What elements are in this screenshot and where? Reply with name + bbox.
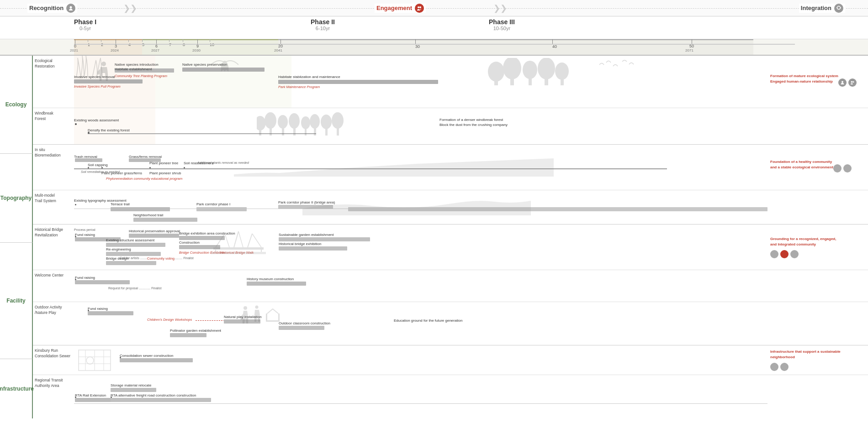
exist-struct-bar <box>106 243 165 247</box>
trash-bar <box>75 158 102 162</box>
windbreak-formation-label: Formation of a denser windbreak forestBl… <box>439 117 508 127</box>
phase1-title: Phase I 0-5yr <box>74 18 96 31</box>
page-wrapper: Recognition ❯❯ Engagement ❯❯ Integration <box>0 0 868 418</box>
svg-line-40 <box>234 231 238 247</box>
svg-rect-51 <box>278 313 280 322</box>
ecological-restoration-label: EcologicalRestoration <box>33 56 74 108</box>
facility-icon3 <box>790 250 799 258</box>
chevron-left: ❯❯ <box>123 3 137 13</box>
svg-point-58 <box>86 357 94 364</box>
ecological-restoration-row: EcologicalRestoration Invasive species r… <box>33 56 868 108</box>
svg-point-11 <box>503 58 521 79</box>
engagement-icon <box>415 4 424 13</box>
plant-pioneer-label: Plant pioneer grass/ferns <box>101 171 142 175</box>
storage-label: Storage material relocate <box>111 383 151 387</box>
transit-chart: RTA Rail Extension Storage material relo… <box>74 375 767 409</box>
person-silhouette <box>97 60 111 84</box>
hist-bridge-exh-bar <box>279 246 347 251</box>
education-ground-label: Education ground for the future generati… <box>394 319 462 323</box>
bioremediation-label: In situBioremediation <box>33 145 74 190</box>
rta-dot <box>75 397 76 398</box>
svg-point-6 <box>101 62 106 66</box>
of-dot <box>88 310 89 311</box>
rta-alt-bar <box>111 398 211 402</box>
windbreak-right-spacer <box>767 108 868 144</box>
transit-baseline <box>74 403 767 404</box>
sust-garden-bar <box>279 237 370 241</box>
park-maintenance-label: Park Maintenance Program <box>278 85 320 89</box>
facility-icon1 <box>770 250 778 258</box>
tick-8: 8 <box>183 39 185 47</box>
community-tree-label: Community Tree Planting Program <box>115 74 167 78</box>
welcome-center-row: Welcome Center Fund raising Request for … <box>33 270 868 302</box>
rta-alt-label: RTA alternative freight road constructio… <box>111 393 196 397</box>
svg-point-22 <box>257 116 266 131</box>
construction-label: Construction <box>179 240 200 245</box>
plant-shrub-label: Plant pioneer shrub <box>149 171 181 175</box>
hist-bridge-exh-label: Historical bridge exhibition <box>279 242 321 246</box>
bridge-illustration <box>211 225 266 257</box>
sr-dot <box>184 167 185 168</box>
exist-struct-label: Existing structure assessment <box>106 238 154 242</box>
infra-icon2 <box>780 363 789 371</box>
ecological-restoration-chart: Invasive species removal Invasive Specie… <box>74 56 767 108</box>
phyto-label: Phytoremediation community educational p… <box>106 177 182 181</box>
outdoor-chart: Fund raising Children's Design Workshops… <box>74 302 767 345</box>
trail-right-spacer <box>767 190 868 224</box>
invasive-program-label: Invasive Species Pull Program <box>74 84 121 89</box>
phase3-title: Phase III 10-50yr <box>489 18 515 31</box>
sc-dot <box>120 357 121 358</box>
bf-dot <box>75 236 76 237</box>
svg-rect-46 <box>211 252 266 254</box>
bridge-design-bar <box>106 261 156 265</box>
pollinator-label: Pollinator garden establishment <box>170 329 221 333</box>
sust-garden-label: Sustainable garden establishment <box>279 233 334 237</box>
svg-line-41 <box>238 231 243 247</box>
sewer-chart: Consolidation sewer construction <box>74 345 767 375</box>
call-artists-label: Call for artists ........ <box>120 256 147 260</box>
svg-point-13 <box>523 61 537 79</box>
integration-label: Integration <box>801 5 831 11</box>
svg-point-30 <box>301 116 310 129</box>
park-corridor1-label: Park corridor phase I <box>196 202 230 206</box>
chevron-middle: ❯❯ <box>493 3 507 13</box>
svg-rect-50 <box>266 313 267 322</box>
childrens-workshop-label: Children's Design Workshops <box>147 318 192 322</box>
svg-point-9 <box>488 62 504 82</box>
tick-10: 10 <box>210 39 214 47</box>
svg-point-24 <box>265 112 276 129</box>
trail-chart: Existing typography assessment Terrace t… <box>74 190 767 224</box>
wc-fund-bar <box>75 280 130 284</box>
svg-rect-49 <box>266 320 280 322</box>
soil-capping-label: Soil capping <box>88 163 108 167</box>
transit-row: Regional TransitAuthority Area RTA Rail … <box>33 375 868 409</box>
ecology-icon2 <box>848 78 857 87</box>
ecology-right-label: Formation of mature ecological systemEng… <box>767 56 868 108</box>
transit-right-spacer <box>767 375 868 409</box>
ecology-cat-label: Ecology <box>0 56 33 154</box>
pollinator-bar <box>170 333 206 337</box>
pp-dot <box>101 167 103 168</box>
sewer-label: Kinsbury RunConsolidation Sewer <box>33 345 74 375</box>
outdoor-fund-label: Fund raising <box>88 307 108 311</box>
sewer-row: Kinsbury RunConsolidation Sewer Consolid… <box>33 345 868 375</box>
bioremediation-chart: Trash removal Soil capping Soil remediat… <box>74 145 767 190</box>
process-period-label: Process period <box>74 228 95 231</box>
svg-line-43 <box>252 234 261 247</box>
community-voting-label: Community voting <box>147 256 175 261</box>
hist-pres-bar <box>129 234 179 238</box>
tick-7: 7 <box>169 39 171 47</box>
bioremediation-row: In situBioremediation Trash removal Soil… <box>33 145 868 190</box>
finalist-bridge-label: ......... Finalist <box>175 256 194 260</box>
svg-point-2 <box>419 6 421 8</box>
storage-bar <box>111 388 156 392</box>
main-content-col: EcologicalRestoration Invasive species r… <box>33 56 868 418</box>
topography-cat-label: Topography <box>0 154 33 243</box>
top-header: Recognition ❯❯ Engagement ❯❯ Integration <box>0 0 868 16</box>
trail-label: Mulit-modelTrail System <box>33 190 74 224</box>
bridge-fund-label: Fund raising <box>75 233 95 237</box>
windbreak-chart: Existing woods assessment Densify the ex… <box>74 108 767 144</box>
transit-label: Regional TransitAuthority Area <box>33 375 74 409</box>
phase2-title: Phase II 6-10yr <box>311 18 335 31</box>
infra-right-label: Infrastructure that support a sustainabl… <box>767 345 868 375</box>
